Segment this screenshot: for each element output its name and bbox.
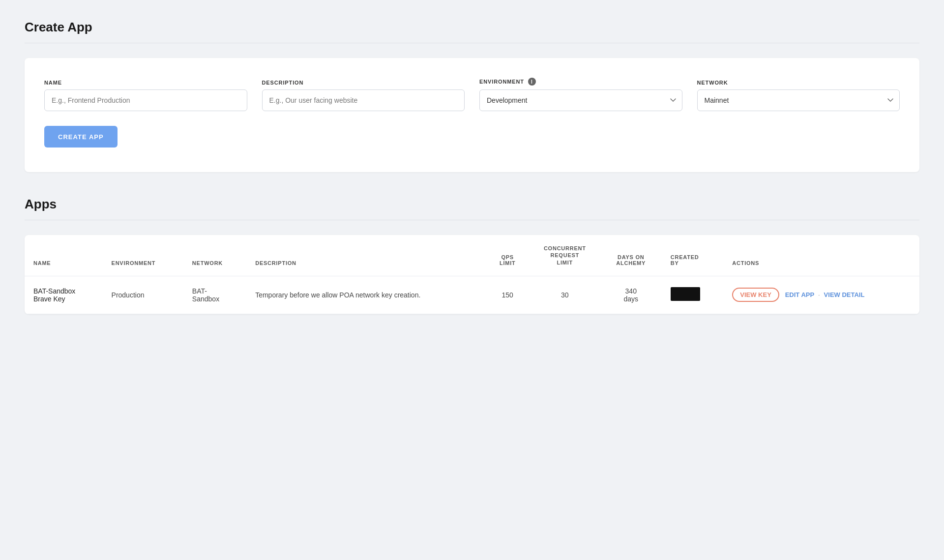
name-input[interactable]	[44, 89, 247, 111]
network-form-group: NETWORK Mainnet Testnet	[697, 80, 900, 111]
col-header-network: NETWORK	[183, 235, 246, 276]
network-label: NETWORK	[697, 80, 900, 86]
created-by-redacted	[671, 287, 700, 301]
cell-network: BAT-Sandbox	[183, 276, 246, 314]
environment-info-icon[interactable]: i	[528, 78, 536, 86]
form-row: NAME DESCRIPTION ENVIRONMENT i Developme…	[44, 78, 900, 111]
apps-table: NAME ENVIRONMENT NETWORK DESCRIPTION QPS…	[25, 235, 919, 314]
apps-section-title: Apps	[25, 197, 919, 212]
cell-days-on-alchemy: 340days	[600, 276, 662, 314]
table-row: BAT-SandboxBrave Key Production BAT-Sand…	[25, 276, 919, 314]
apps-divider	[25, 220, 919, 220]
description-form-group: DESCRIPTION	[262, 80, 465, 111]
cell-concurrent-request-limit: 30	[530, 276, 600, 314]
col-header-days-on-alchemy: DAYS ONALCHEMY	[600, 235, 662, 276]
cell-environment: Production	[103, 276, 183, 314]
description-input[interactable]	[262, 89, 465, 111]
col-header-concurrent-request-limit: CONCURRENTREQUESTLIMIT	[530, 235, 600, 276]
create-app-card: NAME DESCRIPTION ENVIRONMENT i Developme…	[25, 58, 919, 172]
environment-select[interactable]: Development Staging Production	[479, 89, 682, 111]
cell-actions: VIEW KEY EDIT APP · VIEW DETAIL	[723, 276, 919, 314]
action-separator-1: ·	[818, 291, 820, 298]
col-header-actions: ACTIONS	[723, 235, 919, 276]
col-header-created-by: CREATEDBY	[662, 235, 723, 276]
col-header-description: DESCRIPTION	[246, 235, 485, 276]
cell-qps-limit: 150	[485, 276, 530, 314]
environment-form-group: ENVIRONMENT i Development Staging Produc…	[479, 78, 682, 111]
cell-description: Temporary before we allow POA network ke…	[246, 276, 485, 314]
page-title: Create App	[25, 20, 919, 35]
title-divider	[25, 43, 919, 43]
cell-name: BAT-SandboxBrave Key	[25, 276, 103, 314]
col-header-qps-limit: QPSLIMIT	[485, 235, 530, 276]
description-label: DESCRIPTION	[262, 80, 465, 86]
view-detail-link[interactable]: VIEW DETAIL	[824, 291, 865, 298]
edit-app-link[interactable]: EDIT APP	[785, 291, 814, 298]
table-header: NAME ENVIRONMENT NETWORK DESCRIPTION QPS…	[25, 235, 919, 276]
view-key-button[interactable]: VIEW KEY	[732, 288, 779, 302]
apps-table-card: NAME ENVIRONMENT NETWORK DESCRIPTION QPS…	[25, 235, 919, 314]
table-body: BAT-SandboxBrave Key Production BAT-Sand…	[25, 276, 919, 314]
cell-created-by	[662, 276, 723, 314]
name-label: NAME	[44, 80, 247, 86]
col-header-name: NAME	[25, 235, 103, 276]
create-app-button[interactable]: CREATE APP	[44, 126, 118, 147]
name-form-group: NAME	[44, 80, 247, 111]
environment-label: ENVIRONMENT i	[479, 78, 682, 86]
network-select[interactable]: Mainnet Testnet	[697, 89, 900, 111]
col-header-environment: ENVIRONMENT	[103, 235, 183, 276]
